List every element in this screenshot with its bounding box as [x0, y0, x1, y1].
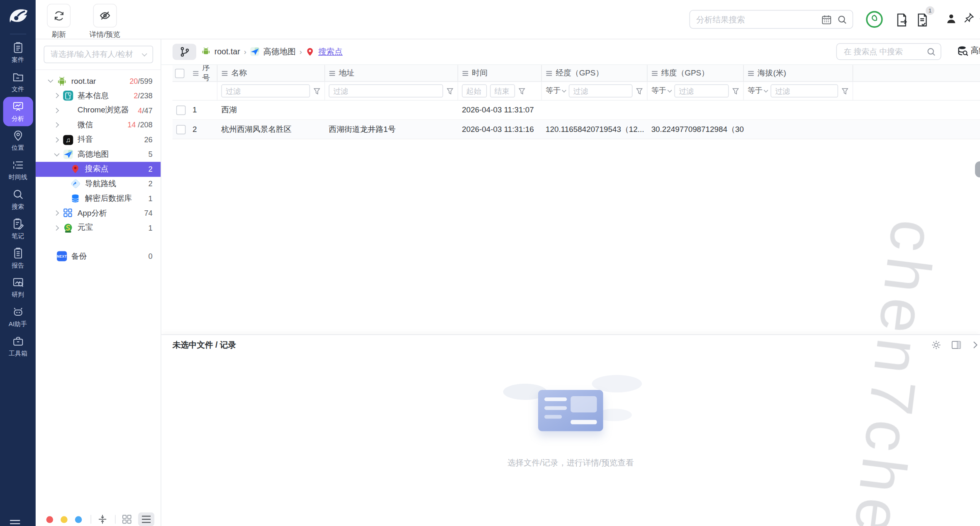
preview-toggle-button[interactable]: 详情/预览 — [89, 4, 120, 39]
scope-search-input[interactable] — [843, 46, 923, 56]
table-row[interactable]: 2 杭州西湖风景名胜区 西湖街道龙井路1号 2026-04-03 11:31:1… — [173, 120, 980, 139]
advanced-search-button[interactable]: 高级 — [958, 45, 980, 56]
user-icon[interactable] — [946, 12, 957, 25]
longitude-filter-input[interactable] — [569, 84, 633, 97]
sidebar-item-ai-assistant[interactable]: AI助手 — [3, 302, 33, 332]
global-search-input[interactable] — [695, 14, 816, 25]
column-header-altitude[interactable]: 海拔(米) — [744, 65, 853, 81]
settings-gear-icon[interactable] — [931, 340, 941, 350]
holder-select[interactable] — [44, 46, 153, 63]
table-row[interactable]: 1 西湖 2026-04-03 11:31:07 — [173, 101, 980, 120]
tree-view-toggle-button[interactable] — [173, 44, 196, 60]
sidebar-item-reports[interactable]: 报告 — [3, 244, 33, 273]
clipboard-icon — [12, 41, 24, 54]
sidebar-menu-icon[interactable] — [9, 519, 21, 526]
sidebar-item-cases[interactable]: 案件 — [3, 38, 33, 68]
column-menu-icon[interactable] — [462, 70, 469, 76]
name-filter-input[interactable] — [221, 84, 310, 97]
report-task-icon[interactable] — [916, 12, 929, 27]
time-end-filter-input[interactable] — [490, 84, 515, 97]
sidebar-item-notes[interactable]: 笔记 — [3, 214, 33, 244]
time-start-filter-input[interactable] — [462, 84, 487, 97]
breadcrumb-app[interactable]: 高德地图 — [263, 46, 295, 57]
tree-item-app-analysis[interactable]: App分析 74 — [36, 206, 161, 220]
collapse-tree-icon[interactable] — [98, 514, 107, 524]
sidebar-item-files[interactable]: 文件 — [3, 68, 33, 97]
altitude-operator-select[interactable]: 等于 — [748, 85, 768, 96]
tree-item-basic-info[interactable]: 基本信息 2/238 — [36, 88, 161, 103]
address-filter-input[interactable] — [329, 84, 443, 97]
tree-item-amap[interactable]: 高德地图 5 — [36, 147, 161, 162]
detail-panel-title: 未选中文件 / 记录 — [173, 339, 236, 351]
column-header-longitude[interactable]: 经度（GPS） — [542, 65, 648, 81]
tree-item-search-points[interactable]: 搜索点 2 — [36, 162, 161, 176]
latitude-operator-select[interactable]: 等于 — [651, 85, 671, 96]
column-header-time[interactable]: 时间 — [458, 65, 542, 81]
calendar-icon[interactable] — [821, 14, 832, 25]
breadcrumb-leaf[interactable]: 搜索点 — [318, 46, 343, 57]
sidebar-item-location[interactable]: 位置 — [3, 126, 33, 156]
export-icon[interactable] — [895, 12, 909, 27]
filter-funnel-icon[interactable] — [518, 87, 526, 95]
sidebar-item-judgement[interactable]: 研判 — [3, 273, 33, 302]
yellow-dot-filter[interactable] — [61, 516, 68, 523]
tree-item-decrypted-db[interactable]: 解密后数据库 1 — [36, 191, 161, 206]
tree-item-wechat[interactable]: 微信 14 /208 — [36, 118, 161, 132]
filter-funnel-icon[interactable] — [732, 87, 739, 95]
tree-item-yuanbao[interactable]: 元宝 1 — [36, 221, 161, 235]
filter-funnel-icon[interactable] — [446, 87, 454, 95]
sidebar-item-timeline[interactable]: 时间线 — [3, 156, 33, 185]
brand-ring-icon[interactable] — [865, 11, 883, 28]
row-checkbox[interactable] — [176, 125, 186, 134]
chevron-closed-icon[interactable] — [53, 107, 61, 114]
chevron-open-icon[interactable] — [53, 151, 61, 158]
longitude-operator-select[interactable]: 等于 — [546, 85, 566, 96]
list-view-icon[interactable] — [138, 512, 154, 526]
search-icon[interactable] — [926, 46, 936, 56]
chevron-closed-icon[interactable] — [53, 225, 61, 231]
grid-view-icon[interactable] — [122, 514, 132, 524]
chevron-open-icon[interactable] — [46, 78, 55, 84]
sidebar-item-analysis[interactable]: 分析 — [3, 97, 33, 126]
chevron-closed-icon[interactable] — [53, 137, 61, 143]
tree-item-backup[interactable]: NEXT 备份 0 — [36, 249, 161, 263]
column-header-name[interactable]: 名称 — [217, 65, 325, 81]
altitude-filter-input[interactable] — [770, 84, 838, 97]
column-menu-icon[interactable] — [329, 70, 336, 76]
search-icon[interactable] — [837, 14, 848, 25]
pin-icon[interactable] — [963, 12, 974, 25]
holder-select-input[interactable] — [49, 49, 140, 59]
column-menu-icon[interactable] — [193, 70, 199, 76]
column-header-no[interactable]: 序号 — [189, 65, 217, 81]
filter-funnel-icon[interactable] — [636, 87, 643, 95]
sidebar-item-search[interactable]: 搜索 — [3, 185, 33, 214]
tree-item-nav-routes[interactable]: 导航路线 2 — [36, 177, 161, 191]
collapse-panel-icon[interactable] — [971, 341, 980, 349]
tree-item-count: 1 — [148, 194, 152, 203]
filter-funnel-icon[interactable] — [313, 87, 321, 95]
chevron-closed-icon[interactable] — [53, 93, 61, 99]
filter-funnel-icon[interactable] — [841, 87, 849, 95]
blue-dot-filter[interactable] — [75, 516, 82, 523]
breadcrumb-root[interactable]: root.tar — [215, 47, 240, 56]
chevron-closed-icon[interactable] — [53, 122, 61, 128]
column-header-latitude[interactable]: 纬度（GPS） — [648, 65, 744, 81]
column-header-address[interactable]: 地址 — [325, 65, 458, 81]
column-menu-icon[interactable] — [546, 70, 553, 76]
column-menu-icon[interactable] — [748, 70, 755, 76]
chevron-closed-icon[interactable] — [53, 210, 61, 217]
tree-item-root-tar[interactable]: root.tar 20/599 — [36, 74, 161, 88]
column-menu-icon[interactable] — [221, 70, 228, 76]
red-dot-filter[interactable] — [46, 516, 53, 523]
select-all-checkbox[interactable] — [175, 68, 185, 78]
database-search-icon — [958, 45, 968, 56]
latitude-filter-input[interactable] — [674, 84, 729, 97]
refresh-button[interactable]: 刷新 — [47, 4, 71, 39]
sidebar-item-toolbox[interactable]: 工具箱 — [3, 332, 33, 361]
row-checkbox[interactable] — [176, 105, 186, 115]
right-panel-handle[interactable] — [975, 161, 980, 178]
panel-layout-icon[interactable] — [951, 340, 961, 350]
tree-item-douyin[interactable]: ♫ 抖音 26 — [36, 132, 161, 147]
column-menu-icon[interactable] — [651, 70, 658, 76]
tree-item-chrome[interactable]: Chrome浏览器 4/47 — [36, 103, 161, 118]
